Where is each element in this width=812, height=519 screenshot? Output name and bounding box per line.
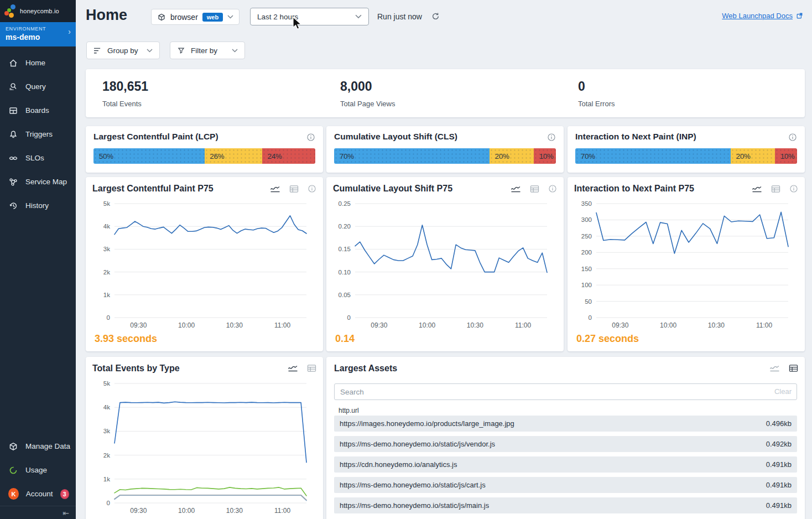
environment-switcher[interactable]: ENVIRONMENT ms-demo › (0, 22, 76, 46)
svg-text:10:30: 10:30 (226, 507, 243, 515)
asset-size: 0.492kb (766, 440, 792, 448)
stat-value: 0 (578, 79, 615, 94)
sidebar-item-history[interactable]: History (0, 194, 76, 217)
needs-improvement-segment: 26% (205, 148, 262, 164)
lcp-distribution-bar: 50% 26% 24% (93, 148, 315, 164)
inp-p75-chart[interactable]: 05010015020025030035009:3010:0010:3011:0… (571, 199, 795, 332)
line-chart-icon[interactable] (769, 364, 780, 372)
group-by-button[interactable]: Group by (86, 41, 160, 59)
info-icon[interactable] (548, 184, 557, 193)
chevron-down-icon (232, 49, 238, 53)
needs-improvement-segment: 20% (490, 148, 534, 164)
lcp-p75-chart[interactable]: 01k2k3k4k5k09:3010:0010:3011:00 (89, 199, 313, 332)
table-row[interactable]: https://ms-demo.honeydemo.io/static/js/v… (334, 436, 797, 452)
filter-funnel-icon (177, 46, 185, 54)
svg-text:4k: 4k (103, 223, 110, 230)
svg-text:0.10: 0.10 (339, 269, 351, 276)
info-icon[interactable] (788, 133, 797, 142)
sidebar-item-home[interactable]: Home (0, 51, 76, 75)
query-icon (8, 82, 18, 92)
table-row[interactable]: https://ms-demo.honeydemo.io/static/js/c… (334, 477, 797, 493)
svg-text:150: 150 (581, 266, 592, 272)
asset-url: https://ms-demo.honeydemo.io/static/js/c… (340, 481, 486, 489)
svg-text:0: 0 (589, 314, 592, 321)
table-row[interactable]: https://cdn.honeydemo.io/analytics.js 0.… (334, 456, 797, 473)
usage-icon (8, 465, 18, 475)
svg-text:10:30: 10:30 (467, 321, 483, 329)
svg-text:1k: 1k (103, 292, 110, 298)
poor-segment: 24% (262, 148, 315, 164)
group-by-icon (93, 47, 102, 54)
web-launchpad-docs-link[interactable]: Web Launchpad Docs (722, 12, 803, 20)
info-icon[interactable] (547, 133, 556, 142)
svg-text:3k: 3k (103, 428, 110, 434)
lcp-distribution-card: Largest Contentful Paint (LCP) 50% 26% 2… (86, 126, 323, 173)
summary-stats-card: 180,651 Total Events 8,000 Total Page Vi… (86, 69, 805, 117)
sidebar-item-slos[interactable]: SLOs (0, 146, 76, 170)
sidebar-item-account[interactable]: K Account 3 (0, 482, 76, 506)
table-icon[interactable] (530, 185, 539, 193)
clear-button[interactable]: Clear (774, 387, 792, 396)
sidebar-item-label: Account (26, 490, 53, 498)
card-title: Total Events by Type (92, 364, 316, 373)
refresh-icon[interactable] (431, 12, 440, 21)
table-icon[interactable] (289, 185, 299, 193)
line-chart-icon[interactable] (288, 364, 298, 372)
history-icon (8, 201, 18, 211)
asset-url: https://ms-demo.honeydemo.io/static/js/v… (340, 440, 495, 448)
sidebar-item-boards[interactable]: Boards (0, 98, 76, 122)
line-chart-icon[interactable] (752, 185, 762, 193)
logo[interactable]: honeycomb.io (0, 0, 76, 22)
stat-total-page-views: 8,000 Total Page Views (340, 79, 395, 108)
asset-url: https://cdn.honeydemo.io/analytics.js (340, 460, 457, 469)
line-chart-icon[interactable] (511, 185, 521, 193)
sidebar-item-label: Query (25, 82, 46, 91)
asset-size: 0.491kb (766, 481, 792, 489)
honeycomb-logo-icon (4, 4, 19, 18)
docs-link-label: Web Launchpad Docs (722, 12, 793, 20)
svg-text:2k: 2k (103, 269, 110, 276)
good-segment: 70% (575, 148, 731, 164)
time-range-select[interactable]: Last 2 hours (250, 8, 369, 25)
table-icon[interactable] (789, 364, 798, 372)
chevron-down-icon (355, 14, 362, 19)
search-input[interactable] (334, 383, 797, 400)
table-row[interactable]: https://ms-demo.honeydemo.io/static/js/m… (334, 497, 797, 513)
sidebar-item-service-map[interactable]: Service Map (0, 170, 76, 194)
home-icon (8, 58, 18, 68)
good-segment: 70% (334, 148, 490, 164)
line-chart-icon[interactable] (270, 185, 280, 193)
sidebar-nav: Home Query Boards Triggers SLOs Service … (0, 51, 76, 217)
environment-label: ENVIRONMENT (6, 26, 70, 32)
svg-text:0.15: 0.15 (339, 246, 351, 252)
svg-text:09:30: 09:30 (612, 321, 628, 329)
filter-by-button[interactable]: Filter by (170, 41, 245, 59)
avatar: K (8, 488, 19, 500)
info-icon[interactable] (308, 184, 316, 193)
events-by-type-chart[interactable]: 01k2k3k4k5k09:3010:0010:3011:00 (89, 379, 313, 517)
table-icon[interactable] (771, 185, 780, 193)
p75-value: 0.27 seconds (576, 333, 639, 345)
chevron-down-icon (227, 15, 233, 19)
dataset-selector[interactable]: browser web (151, 9, 240, 25)
card-title: Largest Assets (334, 364, 797, 373)
svg-text:09:30: 09:30 (371, 321, 387, 329)
chevron-down-icon (147, 49, 153, 53)
cube-icon (157, 13, 166, 22)
sidebar-item-manage-data[interactable]: Manage Data (0, 434, 76, 458)
asset-size: 0.491kb (766, 460, 792, 469)
group-by-label: Group by (107, 46, 141, 55)
sidebar-collapse-button[interactable]: ⇤ (0, 506, 76, 519)
svg-text:200: 200 (581, 249, 592, 256)
cls-p75-chart[interactable]: 00.050.100.150.200.2509:3010:0010:3011:0… (330, 199, 554, 332)
sidebar-item-query[interactable]: Query (0, 75, 76, 98)
info-icon[interactable] (306, 133, 315, 142)
sidebar-item-triggers[interactable]: Triggers (0, 122, 76, 146)
info-icon[interactable] (789, 184, 798, 193)
cube-icon (8, 442, 18, 451)
table-row[interactable]: https://images.honeydemo.io/products/lar… (334, 416, 797, 432)
sidebar-item-label: SLOs (25, 154, 44, 162)
table-icon[interactable] (307, 364, 316, 372)
sidebar-item-usage[interactable]: Usage (0, 458, 76, 482)
stat-total-errors: 0 Total Errors (578, 79, 615, 108)
